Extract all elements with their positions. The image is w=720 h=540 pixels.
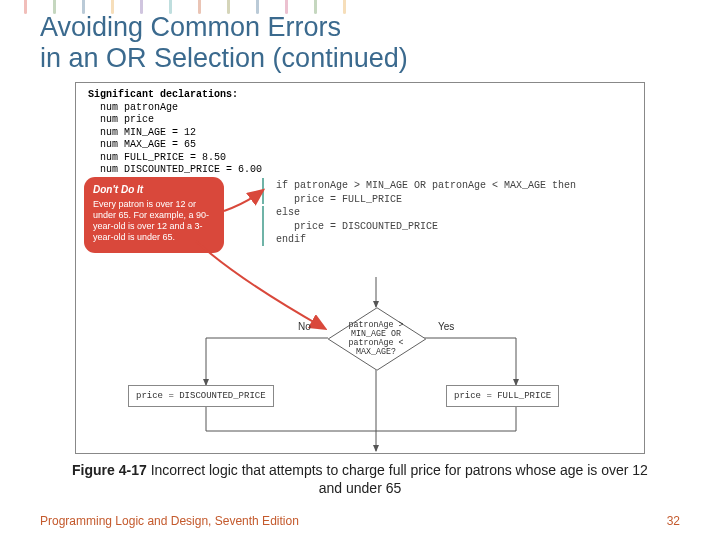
decl-line: num patronAge xyxy=(100,102,178,113)
pseudocode-block: if patronAge > MIN_AGE OR patronAge < MA… xyxy=(276,179,576,247)
figure-caption: Figure 4-17 Incorrect logic that attempt… xyxy=(40,462,680,497)
page-title: Avoiding Common Errors in an OR Selectio… xyxy=(40,12,680,74)
branch-label-no: No xyxy=(298,321,311,332)
code-line: endif xyxy=(276,234,306,245)
diamond-line: MIN_AGE OR xyxy=(351,329,401,338)
branch-label-yes: Yes xyxy=(438,321,454,332)
code-line: price = DISCOUNTED_PRICE xyxy=(276,221,438,232)
title-line-1: Avoiding Common Errors xyxy=(40,12,341,42)
decorative-stripes xyxy=(0,0,720,8)
decl-line: num MIN_AGE = 12 xyxy=(100,127,196,138)
declarations-heading: Significant declarations: xyxy=(88,89,238,100)
warning-callout: Don't Do It Every patron is over 12 or u… xyxy=(84,177,224,253)
decl-line: num FULL_PRICE = 8.50 xyxy=(100,152,226,163)
code-line: if patronAge > MIN_AGE OR patronAge < MA… xyxy=(276,180,576,191)
code-bracket-top xyxy=(262,178,264,204)
code-line: price = FULL_PRICE xyxy=(276,194,402,205)
code-bracket-bottom xyxy=(262,206,264,246)
decl-line: num DISCOUNTED_PRICE = 6.00 xyxy=(100,164,262,175)
footer-text: Programming Logic and Design, Seventh Ed… xyxy=(40,514,299,528)
title-line-2: in an OR Selection (continued) xyxy=(40,43,408,73)
diamond-line: patronAge > xyxy=(349,320,404,329)
code-line: else xyxy=(276,207,300,218)
caption-text: Incorrect logic that attempts to charge … xyxy=(147,462,648,496)
declarations-block: Significant declarations: num patronAge … xyxy=(88,89,262,177)
warning-heading: Don't Do It xyxy=(93,184,215,197)
decision-diamond: patronAge > MIN_AGE OR patronAge < MAX_A… xyxy=(328,307,424,369)
decl-line: num price xyxy=(100,114,154,125)
decl-line: num MAX_AGE = 65 xyxy=(100,139,196,150)
page-number: 32 xyxy=(667,514,680,528)
diamond-line: patronAge < xyxy=(349,338,404,347)
decision-text: patronAge > MIN_AGE OR patronAge < MAX_A… xyxy=(328,320,424,357)
process-box-discounted: price = DISCOUNTED_PRICE xyxy=(128,385,274,407)
process-box-full: price = FULL_PRICE xyxy=(446,385,559,407)
figure-container: Significant declarations: num patronAge … xyxy=(75,82,645,454)
warning-body: Every patron is over 12 or under 65. For… xyxy=(93,199,209,243)
caption-figure-number: Figure 4-17 xyxy=(72,462,147,478)
diamond-line: MAX_AGE? xyxy=(356,347,396,356)
